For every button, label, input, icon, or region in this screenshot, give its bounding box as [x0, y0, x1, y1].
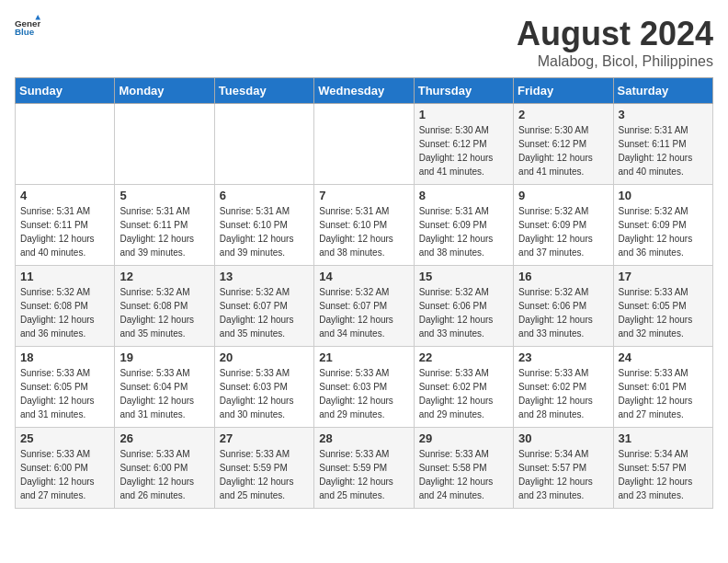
- calendar-cell: 26Sunrise: 5:33 AM Sunset: 6:00 PM Dayli…: [115, 428, 214, 509]
- svg-marker-2: [35, 15, 40, 20]
- day-info: Sunrise: 5:33 AM Sunset: 6:02 PM Dayligh…: [518, 366, 608, 421]
- day-number: 18: [20, 350, 109, 364]
- day-info: Sunrise: 5:31 AM Sunset: 6:09 PM Dayligh…: [419, 204, 508, 259]
- day-info: Sunrise: 5:32 AM Sunset: 6:07 PM Dayligh…: [220, 285, 309, 340]
- logo: General Blue: [15, 15, 40, 40]
- week-row-1: 1Sunrise: 5:30 AM Sunset: 6:12 PM Daylig…: [16, 104, 713, 185]
- calendar-cell: 14Sunrise: 5:32 AM Sunset: 6:07 PM Dayli…: [314, 266, 414, 347]
- day-number: 9: [518, 189, 608, 202]
- day-number: 8: [419, 189, 508, 202]
- calendar-cell: 24Sunrise: 5:33 AM Sunset: 6:01 PM Dayli…: [613, 347, 712, 428]
- day-number: 1: [419, 108, 508, 121]
- calendar-cell: 27Sunrise: 5:33 AM Sunset: 5:59 PM Dayli…: [214, 428, 313, 509]
- day-number: 2: [518, 108, 608, 121]
- calendar-cell: 8Sunrise: 5:31 AM Sunset: 6:09 PM Daylig…: [414, 185, 513, 266]
- day-number: 30: [518, 431, 608, 445]
- calendar-table: SundayMondayTuesdayWednesdayThursdayFrid…: [15, 77, 713, 509]
- day-info: Sunrise: 5:31 AM Sunset: 6:11 PM Dayligh…: [619, 123, 708, 178]
- day-info: Sunrise: 5:33 AM Sunset: 5:58 PM Dayligh…: [419, 447, 508, 502]
- calendar-cell: 2Sunrise: 5:30 AM Sunset: 6:12 PM Daylig…: [514, 104, 613, 185]
- logo-icon: General Blue: [15, 15, 40, 40]
- day-info: Sunrise: 5:32 AM Sunset: 6:08 PM Dayligh…: [20, 285, 109, 340]
- calendar-cell: 19Sunrise: 5:33 AM Sunset: 6:04 PM Dayli…: [115, 347, 214, 428]
- week-row-3: 11Sunrise: 5:32 AM Sunset: 6:08 PM Dayli…: [16, 266, 713, 347]
- calendar-cell: 17Sunrise: 5:33 AM Sunset: 6:05 PM Dayli…: [613, 266, 712, 347]
- day-info: Sunrise: 5:32 AM Sunset: 6:08 PM Dayligh…: [119, 285, 209, 340]
- calendar-cell: [314, 104, 414, 185]
- day-number: 6: [220, 189, 309, 202]
- calendar-cell: 21Sunrise: 5:33 AM Sunset: 6:03 PM Dayli…: [314, 347, 414, 428]
- day-info: Sunrise: 5:32 AM Sunset: 6:09 PM Dayligh…: [518, 204, 608, 259]
- day-info: Sunrise: 5:34 AM Sunset: 5:57 PM Dayligh…: [619, 447, 708, 502]
- calendar-cell: 1Sunrise: 5:30 AM Sunset: 6:12 PM Daylig…: [414, 104, 513, 185]
- day-number: 17: [619, 270, 708, 283]
- calendar-cell: 12Sunrise: 5:32 AM Sunset: 6:08 PM Dayli…: [115, 266, 214, 347]
- days-header-row: SundayMondayTuesdayWednesdayThursdayFrid…: [16, 78, 713, 104]
- day-number: 11: [20, 270, 109, 283]
- day-header-sunday: Sunday: [16, 78, 115, 104]
- day-number: 24: [619, 350, 708, 364]
- day-number: 26: [119, 431, 209, 445]
- day-number: 23: [518, 350, 608, 364]
- day-info: Sunrise: 5:33 AM Sunset: 6:05 PM Dayligh…: [20, 366, 109, 421]
- day-info: Sunrise: 5:32 AM Sunset: 6:06 PM Dayligh…: [518, 285, 608, 340]
- day-info: Sunrise: 5:31 AM Sunset: 6:10 PM Dayligh…: [319, 204, 408, 259]
- calendar-cell: 16Sunrise: 5:32 AM Sunset: 6:06 PM Dayli…: [514, 266, 613, 347]
- day-info: Sunrise: 5:33 AM Sunset: 6:00 PM Dayligh…: [20, 447, 109, 502]
- calendar-cell: 29Sunrise: 5:33 AM Sunset: 5:58 PM Dayli…: [414, 428, 513, 509]
- calendar-cell: 25Sunrise: 5:33 AM Sunset: 6:00 PM Dayli…: [16, 428, 115, 509]
- day-number: 28: [319, 431, 408, 445]
- day-header-wednesday: Wednesday: [314, 78, 414, 104]
- week-row-4: 18Sunrise: 5:33 AM Sunset: 6:05 PM Dayli…: [16, 347, 713, 428]
- day-number: 3: [619, 108, 708, 121]
- calendar-cell: 9Sunrise: 5:32 AM Sunset: 6:09 PM Daylig…: [514, 185, 613, 266]
- day-number: 5: [119, 189, 209, 202]
- day-info: Sunrise: 5:31 AM Sunset: 6:11 PM Dayligh…: [119, 204, 209, 259]
- calendar-cell: 4Sunrise: 5:31 AM Sunset: 6:11 PM Daylig…: [16, 185, 115, 266]
- day-header-friday: Friday: [514, 78, 613, 104]
- day-info: Sunrise: 5:33 AM Sunset: 6:00 PM Dayligh…: [119, 447, 209, 502]
- day-info: Sunrise: 5:34 AM Sunset: 5:57 PM Dayligh…: [518, 447, 608, 502]
- week-row-5: 25Sunrise: 5:33 AM Sunset: 6:00 PM Dayli…: [16, 428, 713, 509]
- calendar-cell: 11Sunrise: 5:32 AM Sunset: 6:08 PM Dayli…: [16, 266, 115, 347]
- day-number: 19: [119, 350, 209, 364]
- day-number: 20: [220, 350, 309, 364]
- svg-text:Blue: Blue: [15, 27, 35, 37]
- calendar-cell: 13Sunrise: 5:32 AM Sunset: 6:07 PM Dayli…: [214, 266, 313, 347]
- calendar-cell: 10Sunrise: 5:32 AM Sunset: 6:09 PM Dayli…: [613, 185, 712, 266]
- day-info: Sunrise: 5:30 AM Sunset: 6:12 PM Dayligh…: [419, 123, 508, 178]
- calendar-cell: 3Sunrise: 5:31 AM Sunset: 6:11 PM Daylig…: [613, 104, 712, 185]
- calendar-cell: 31Sunrise: 5:34 AM Sunset: 5:57 PM Dayli…: [613, 428, 712, 509]
- day-number: 22: [419, 350, 508, 364]
- day-info: Sunrise: 5:33 AM Sunset: 6:02 PM Dayligh…: [419, 366, 508, 421]
- day-number: 15: [419, 270, 508, 283]
- day-header-saturday: Saturday: [613, 78, 712, 104]
- day-number: 21: [319, 350, 408, 364]
- day-info: Sunrise: 5:33 AM Sunset: 6:03 PM Dayligh…: [220, 366, 309, 421]
- day-header-thursday: Thursday: [414, 78, 513, 104]
- day-info: Sunrise: 5:31 AM Sunset: 6:11 PM Dayligh…: [20, 204, 109, 259]
- calendar-cell: 23Sunrise: 5:33 AM Sunset: 6:02 PM Dayli…: [514, 347, 613, 428]
- day-number: 14: [319, 270, 408, 283]
- day-info: Sunrise: 5:33 AM Sunset: 5:59 PM Dayligh…: [220, 447, 309, 502]
- calendar-cell: [214, 104, 313, 185]
- day-info: Sunrise: 5:33 AM Sunset: 5:59 PM Dayligh…: [319, 447, 408, 502]
- day-number: 27: [220, 431, 309, 445]
- week-row-2: 4Sunrise: 5:31 AM Sunset: 6:11 PM Daylig…: [16, 185, 713, 266]
- calendar-cell: 28Sunrise: 5:33 AM Sunset: 5:59 PM Dayli…: [314, 428, 414, 509]
- calendar-cell: 15Sunrise: 5:32 AM Sunset: 6:06 PM Dayli…: [414, 266, 513, 347]
- day-info: Sunrise: 5:33 AM Sunset: 6:04 PM Dayligh…: [119, 366, 209, 421]
- day-info: Sunrise: 5:33 AM Sunset: 6:05 PM Dayligh…: [619, 285, 708, 340]
- day-info: Sunrise: 5:32 AM Sunset: 6:06 PM Dayligh…: [419, 285, 508, 340]
- day-number: 13: [220, 270, 309, 283]
- day-number: 16: [518, 270, 608, 283]
- calendar-title: August 2024: [517, 15, 713, 53]
- day-info: Sunrise: 5:32 AM Sunset: 6:09 PM Dayligh…: [619, 204, 708, 259]
- day-number: 12: [119, 270, 209, 283]
- calendar-cell: [16, 104, 115, 185]
- day-number: 10: [619, 189, 708, 202]
- title-block: August 2024 Malabog, Bicol, Philippines: [517, 15, 713, 70]
- day-number: 4: [20, 189, 109, 202]
- day-info: Sunrise: 5:33 AM Sunset: 6:03 PM Dayligh…: [319, 366, 408, 421]
- day-header-monday: Monday: [115, 78, 214, 104]
